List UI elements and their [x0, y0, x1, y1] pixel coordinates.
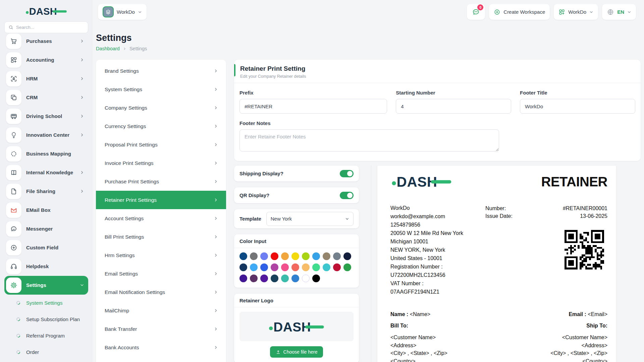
settings-menu-item-bank-accounts[interactable]: Bank Accounts [96, 338, 226, 357]
color-swatch[interactable] [271, 275, 278, 282]
workspace-menu-button[interactable]: WorkDo [554, 4, 598, 20]
settings-menu-item-invoice-print-settings[interactable]: Invoice Print Settings [96, 154, 226, 172]
qr-display-label: QR Display? [239, 192, 269, 198]
sidebar-item-innovation-center[interactable]: Innovation Center [4, 126, 88, 144]
color-swatch[interactable] [312, 252, 320, 260]
sidebar-item-settings[interactable]: Settings [4, 276, 88, 295]
settings-menu-item-brand-settings[interactable]: Brand Settings [96, 62, 226, 80]
settings-menu-item-company-settings[interactable]: Company Settings [96, 99, 226, 117]
chevron-right-icon [214, 235, 218, 239]
chevron-right-icon [214, 124, 218, 128]
gmail-icon [6, 202, 21, 218]
color-swatch[interactable] [250, 275, 258, 282]
color-swatch[interactable] [239, 252, 247, 260]
number-value: #RETAINER00001 [563, 204, 607, 212]
search-box[interactable] [4, 21, 88, 33]
create-workspace-button[interactable]: Create Workspace [489, 4, 550, 20]
messages-button[interactable]: 0 [467, 4, 485, 20]
color-swatch[interactable] [260, 252, 268, 260]
color-swatch[interactable] [281, 263, 289, 271]
sidebar-item-email-box[interactable]: EMail Box [4, 201, 88, 220]
color-swatch[interactable] [291, 252, 299, 260]
color-swatch[interactable] [343, 263, 351, 271]
sidebar-item-label: Business Mapping [26, 151, 84, 157]
bullet-icon [16, 349, 21, 354]
shipping-display-toggle[interactable] [340, 170, 354, 177]
color-swatch[interactable] [323, 263, 330, 271]
color-swatch[interactable] [302, 275, 310, 282]
color-swatch[interactable] [281, 252, 289, 260]
sidebar-item-accounting[interactable]: Accounting [4, 51, 88, 69]
settings-menu-item-bill-print-settings[interactable]: Bill Print Settings [96, 228, 226, 246]
sidebar-item-internal-knowledge[interactable]: Internal Knowledge [4, 163, 88, 182]
color-swatch[interactable] [302, 263, 310, 271]
starting-number-input[interactable] [396, 99, 511, 114]
choose-file-button[interactable]: Choose file here [270, 346, 323, 358]
breadcrumb-dashboard-link[interactable]: Dashboard [96, 46, 120, 51]
color-swatch[interactable] [239, 275, 247, 282]
color-swatch[interactable] [312, 275, 320, 282]
color-swatch[interactable] [312, 263, 320, 271]
footer-notes-textarea[interactable] [239, 129, 499, 152]
divider [234, 248, 359, 248]
settings-menu-item-email-settings[interactable]: Email Settings [96, 264, 226, 283]
settings-menu-item-email-notification-settings[interactable]: Email Notification Settings [96, 283, 226, 301]
qr-display-row: QR Display? [234, 187, 359, 203]
sidebar-item-driving-school[interactable]: Driving School [4, 107, 88, 126]
bulb-icon [6, 127, 21, 143]
sidebar-item-label: Accounting [26, 57, 80, 63]
sidebar-subitem-label: System Settings [26, 300, 62, 306]
color-swatch[interactable] [291, 275, 299, 282]
settings-menu-item-retainer-print-settings[interactable]: Retainer Print Settings [96, 191, 226, 209]
prefix-input[interactable] [239, 99, 387, 114]
color-swatch[interactable] [239, 263, 247, 271]
sidebar-subitem-setup-subscription-plan[interactable]: Setup Subscription Plan [4, 311, 88, 327]
sidebar-subitem-system-settings[interactable]: System Settings [4, 295, 88, 311]
color-swatch[interactable] [281, 275, 289, 282]
settings-menu-item-hrm-settings[interactable]: Hrm Settings [96, 246, 226, 264]
sidebar-item-hrm[interactable]: HRM [4, 69, 88, 88]
color-swatch[interactable] [333, 263, 341, 271]
app-logo[interactable]: DASH [25, 5, 68, 17]
settings-menu-item-system-settings[interactable]: System Settings [96, 80, 226, 99]
settings-menu-item-currency-settings[interactable]: Currency Settings [96, 117, 226, 135]
sidebar-item-helpdesk[interactable]: Helpdesk [4, 257, 88, 276]
sidebar-subitem-referral-program[interactable]: Referral Program [4, 327, 88, 344]
color-swatch[interactable] [302, 252, 310, 260]
sidebar-item-business-mapping[interactable]: Business Mapping [4, 144, 88, 163]
color-swatch[interactable] [260, 275, 268, 282]
template-select[interactable]: New York [266, 212, 354, 226]
email-value: <Email> [588, 311, 607, 317]
sidebar-item-messenger[interactable]: Messenger [4, 220, 88, 238]
settings-menu-item-stripe[interactable]: Stripe [96, 357, 226, 362]
settings-menu-item-proposal-print-settings[interactable]: Proposal Print Settings [96, 135, 226, 154]
sidebar-item-custom-field[interactable]: Custom Field [4, 238, 88, 257]
color-swatch[interactable] [250, 252, 258, 260]
color-swatch[interactable] [333, 252, 341, 260]
color-swatch[interactable] [260, 263, 268, 271]
settings-menu-item-mailchimp[interactable]: MailChimp [96, 301, 226, 320]
settings-menu-item-account-settings[interactable]: Account Settings [96, 209, 226, 228]
search-input[interactable] [16, 25, 84, 30]
language-button[interactable]: EN [602, 4, 636, 20]
color-swatch[interactable] [271, 252, 278, 260]
chevron-right-icon [214, 272, 218, 276]
sidebar-item-purchases[interactable]: Purchases [4, 33, 88, 51]
workspace-selector[interactable]: WorkDo [98, 4, 147, 20]
sidebar-item-label: Driving School [26, 113, 80, 119]
color-swatch[interactable] [323, 252, 330, 260]
color-swatch[interactable] [250, 263, 258, 271]
settings-menu-item-purchase-print-settings[interactable]: Purchase Print Settings [96, 172, 226, 191]
color-swatch[interactable] [291, 263, 299, 271]
color-swatch[interactable] [271, 263, 278, 271]
color-swatch[interactable] [343, 252, 351, 260]
settings-menu-item-bank-transfer[interactable]: Bank Transfer [96, 320, 226, 338]
sidebar-item-file-sharing[interactable]: File Sharing [4, 182, 88, 201]
globe-icon [607, 8, 614, 16]
sidebar-item-crm[interactable]: CRM [4, 88, 88, 107]
qr-display-toggle[interactable] [340, 192, 354, 199]
footer-title-input[interactable] [520, 99, 635, 114]
file-icon [6, 184, 21, 199]
sidebar-subitem-order[interactable]: Order [4, 344, 88, 360]
ship-to-label: Ship To: [586, 323, 607, 329]
